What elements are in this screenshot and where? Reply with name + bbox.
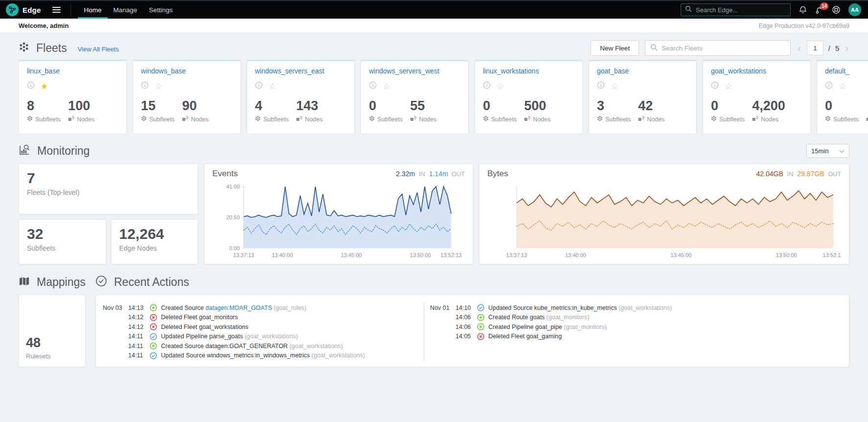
svg-text:13:50:00: 13:50:00 bbox=[410, 252, 431, 258]
action-row: 14:11 Updated Source windows_metrics:in_… bbox=[103, 351, 422, 361]
new-fleet-button[interactable]: New Fleet bbox=[591, 40, 639, 56]
action-time: 14:11 bbox=[128, 333, 150, 340]
bytes-out-label: OUT bbox=[828, 171, 841, 178]
fleet-nodes-value: 90 bbox=[182, 99, 232, 114]
search-icon bbox=[685, 5, 692, 14]
events-out-label: OUT bbox=[452, 171, 465, 178]
prev-page-icon[interactable]: ‹ bbox=[797, 43, 802, 53]
action-time: 14:12 bbox=[128, 314, 150, 321]
bytes-in-total: 42.04GB bbox=[756, 170, 783, 178]
created-circle-icon bbox=[477, 323, 488, 330]
fleet-name-link[interactable]: windows_servers_east bbox=[255, 67, 324, 75]
action-text: Deleted Fleet goat_gaming bbox=[488, 333, 562, 340]
fleet-name-link[interactable]: default_ bbox=[825, 67, 849, 75]
bell-icon[interactable] bbox=[799, 5, 807, 14]
fleets-icon bbox=[19, 42, 29, 54]
action-fleet-suffix: (goat_monitors) bbox=[562, 324, 607, 330]
nodes-stack-icon bbox=[866, 116, 868, 123]
tab-manage[interactable]: Manage bbox=[108, 1, 143, 19]
fleet-search-input[interactable] bbox=[662, 45, 785, 52]
deleted-circle-icon bbox=[150, 314, 161, 321]
star-icon[interactable]: ☆ bbox=[725, 82, 732, 91]
fleet-card: linux_base ★ 8 Subfleets 100 bbox=[19, 60, 127, 134]
commits-branch-icon[interactable]: 14 bbox=[815, 5, 824, 14]
created-circle-icon bbox=[150, 342, 161, 350]
fleet-subfleets-label: Subfleets bbox=[605, 116, 631, 123]
fleet-nodes-value bbox=[866, 99, 868, 114]
monitoring-grid: 7 Fleets (Top-level) 32 Subfleets 12,264… bbox=[19, 164, 849, 264]
events-in-total: 2.32m bbox=[396, 170, 415, 178]
help-lifering-icon[interactable] bbox=[832, 5, 841, 14]
star-icon[interactable]: ☆ bbox=[839, 82, 846, 91]
fleet-nodes-label: Nodes bbox=[305, 116, 322, 123]
total-pages: 5 bbox=[835, 44, 839, 52]
tab-settings[interactable]: Settings bbox=[143, 1, 179, 19]
fleet-nodes-label: Nodes bbox=[191, 116, 208, 123]
fleet-name-link[interactable]: windows_servers_west bbox=[369, 67, 439, 75]
fleet-name-link[interactable]: linux_workstations bbox=[483, 67, 539, 75]
fleet-card: windows_servers_west ☆ 0 Subfleets 55 bbox=[361, 60, 469, 134]
subfleets-cluster-icon bbox=[27, 116, 33, 123]
edge-logo-icon[interactable] bbox=[6, 3, 19, 16]
action-target-link[interactable]: datagen:MOAR_GOATS bbox=[206, 305, 272, 311]
fleet-name-link[interactable]: windows_base bbox=[141, 67, 186, 75]
fleet-subfleets-value: 0 bbox=[825, 99, 866, 114]
info-icon[interactable] bbox=[825, 81, 833, 91]
fleets-stat-card: 7 Fleets (Top-level) bbox=[19, 164, 198, 214]
info-icon[interactable] bbox=[27, 81, 35, 91]
edge-nodes-stat-card: 12,264 Edge Nodes bbox=[111, 219, 199, 264]
fleet-name-link[interactable]: goat_workstations bbox=[711, 67, 766, 75]
action-row: 14:06 Created Pipeline goat_pipe (goat_m… bbox=[430, 322, 842, 332]
action-row: Nov 01 14:10 Updated Source kube_metrics… bbox=[430, 303, 842, 313]
subfleets-cluster-icon bbox=[597, 116, 603, 123]
events-chart: 41.0020.500.0013:37:1313:40:0013:45:0013… bbox=[212, 182, 465, 260]
view-all-fleets-link[interactable]: View All Fleets bbox=[78, 46, 119, 53]
star-icon[interactable]: ☆ bbox=[269, 82, 276, 91]
info-icon[interactable] bbox=[483, 81, 491, 91]
tab-home[interactable]: Home bbox=[78, 1, 107, 19]
star-icon[interactable]: ☆ bbox=[383, 82, 390, 91]
monitoring-title: Monitoring bbox=[37, 144, 90, 158]
info-icon[interactable] bbox=[711, 81, 719, 91]
avatar[interactable]: AA bbox=[848, 3, 861, 16]
bytes-out-total: 29.87GB bbox=[797, 170, 824, 178]
info-icon[interactable] bbox=[597, 81, 605, 91]
action-row: 14:12 Deleted Fleet goat_workstations bbox=[103, 322, 422, 332]
created-circle-icon bbox=[150, 304, 161, 311]
bytes-in-label: IN bbox=[787, 171, 794, 178]
fleet-nodes-label: Nodes bbox=[761, 116, 778, 123]
next-page-icon[interactable]: › bbox=[844, 43, 849, 53]
global-search-input[interactable] bbox=[696, 6, 786, 14]
action-fleet-suffix: (goat_monitors) bbox=[545, 314, 589, 321]
info-icon[interactable] bbox=[255, 81, 263, 91]
info-icon[interactable] bbox=[141, 81, 149, 91]
star-icon[interactable]: ☆ bbox=[155, 82, 162, 91]
fleet-nodes-value: 143 bbox=[296, 99, 346, 114]
notification-badge: 14 bbox=[820, 2, 828, 10]
edge-nodes-count-label: Edge Nodes bbox=[119, 244, 190, 252]
fleet-subfleets-label: Subfleets bbox=[377, 116, 403, 123]
star-icon[interactable]: ★ bbox=[41, 82, 48, 91]
nodes-stack-icon bbox=[524, 116, 530, 123]
time-range-select[interactable]: 15min bbox=[806, 144, 849, 158]
created-circle-icon bbox=[477, 314, 488, 321]
nodes-stack-icon bbox=[182, 116, 188, 123]
bottom-grid: 48 Rulesets Nov 03 14:13 Created Source … bbox=[19, 295, 849, 367]
edge-nodes-count: 12,264 bbox=[119, 226, 190, 243]
hamburger-menu-icon[interactable] bbox=[50, 5, 63, 15]
action-row: 14:06 Created Route goats (goat_monitors… bbox=[430, 313, 842, 323]
star-icon[interactable]: ☆ bbox=[497, 82, 504, 91]
deleted-circle-icon bbox=[150, 323, 161, 330]
recent-actions-title: Recent Actions bbox=[114, 276, 189, 289]
action-row: 14:05 Deleted Fleet goat_gaming bbox=[430, 332, 842, 342]
fleet-name-link[interactable]: goat_base bbox=[597, 67, 629, 75]
current-page-input[interactable] bbox=[807, 41, 823, 55]
star-icon[interactable]: ☆ bbox=[611, 82, 618, 91]
info-icon[interactable] bbox=[369, 81, 377, 91]
fleet-nodes-value: 4,200 bbox=[752, 99, 802, 114]
fleet-subfleets-value: 15 bbox=[141, 99, 182, 114]
action-text: Updated Pipeline parse_goats bbox=[161, 333, 243, 340]
svg-text:13:40:00: 13:40:00 bbox=[565, 252, 586, 258]
actions-column-1: Nov 01 14:10 Updated Source kube_metrics… bbox=[424, 302, 844, 361]
fleet-name-link[interactable]: linux_base bbox=[27, 67, 60, 75]
